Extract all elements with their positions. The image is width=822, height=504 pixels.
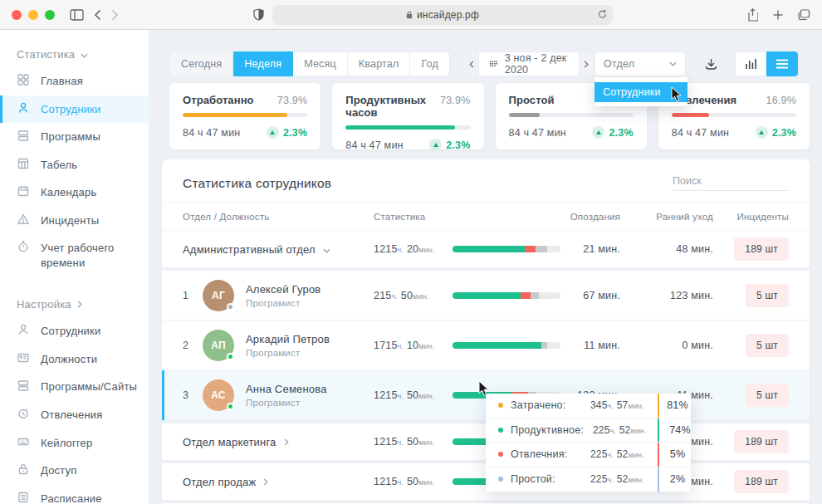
forward-icon[interactable]: [111, 9, 119, 21]
sidebar-item-employees-settings[interactable]: Сотрудники: [0, 317, 149, 345]
list-view-button[interactable]: [766, 51, 798, 76]
chevron-right-icon[interactable]: [263, 476, 268, 488]
sidebar-toggle-icon[interactable]: [70, 9, 84, 21]
progress-track: [509, 113, 634, 117]
sidebar-item-programs[interactable]: Программы: [0, 123, 149, 151]
delta-badge: 2.3%: [756, 126, 796, 139]
column-late[interactable]: Опоздания: [560, 212, 620, 222]
sidebar-item-calendar[interactable]: Календарь: [0, 179, 149, 207]
stat-bar[interactable]: [453, 342, 560, 349]
sidebar-item-distractions[interactable]: Отвлечения: [0, 401, 149, 429]
date-range-display[interactable]: 3 ноя - 2 дек 2020: [479, 51, 578, 76]
sidebar-item-employees[interactable]: Сотрудники: [0, 95, 149, 124]
sidebar-item-label: Сотрудники: [41, 102, 100, 117]
card-percent: 73.9%: [440, 95, 470, 106]
sidebar-item-incidents[interactable]: Инциденты: [0, 207, 149, 235]
stat-bar[interactable]: [453, 246, 560, 252]
stat-tooltip: Затрачено: 345ч. 57мин. 81% Продуктивное…: [486, 394, 691, 492]
card-percent: 16.9%: [766, 95, 796, 106]
sidebar-item-keylogger[interactable]: Кейлоггер: [0, 429, 149, 458]
tab-today[interactable]: Сегодня: [169, 51, 233, 76]
late-value: 21 мин.: [560, 243, 620, 255]
share-icon[interactable]: [747, 8, 758, 22]
chevron-right-icon[interactable]: [284, 436, 289, 448]
chevron-right-icon: [77, 298, 82, 311]
sidebar-section-statistics[interactable]: Статистика: [0, 48, 149, 61]
hamburger-icon: [776, 59, 789, 69]
employee-name[interactable]: Алексей Гуров: [246, 283, 374, 296]
calendar-icon: [17, 184, 30, 198]
sidebar-section-settings[interactable]: Настройка: [0, 298, 149, 311]
progress-track: [345, 125, 470, 130]
minimize-window-button[interactable]: [28, 10, 38, 20]
chart-view-button[interactable]: [735, 51, 766, 76]
avatar: АС: [203, 379, 234, 411]
stat-card-worked: Отработанно73.9% 84 ч 47 мин 2.3%: [169, 83, 320, 149]
new-tab-icon[interactable]: [773, 10, 783, 20]
table-header-row: Отдел / Должность Статистика Опоздания Р…: [162, 202, 810, 231]
stat-bar[interactable]: [453, 292, 560, 299]
table-row-department[interactable]: Административный отдел 1215ч. 20мин. 21 …: [162, 231, 810, 267]
tab-year[interactable]: Год: [410, 51, 450, 76]
tooltip-row-spent: Затрачено: 345ч. 57мин. 81%: [486, 394, 691, 418]
download-button[interactable]: [704, 57, 718, 71]
column-stat[interactable]: Статистика: [374, 212, 560, 222]
incidents-badge[interactable]: 189 шт: [734, 470, 789, 493]
chevron-down-icon[interactable]: [323, 243, 330, 256]
sidebar-item-label: Программы: [41, 130, 100, 144]
incidents-badge[interactable]: 189 шт: [734, 237, 789, 261]
sidebar-item-programs-sites[interactable]: Программы/Сайты: [0, 373, 149, 401]
column-incidents[interactable]: Инциденты: [713, 212, 789, 222]
search-input[interactable]: [673, 175, 806, 187]
column-dept[interactable]: Отдел / Должность: [183, 212, 374, 222]
time-stat: 215ч. 50мин.: [374, 290, 453, 301]
incidents-badge[interactable]: 5 шт: [746, 334, 789, 357]
column-early[interactable]: Ранний уход: [620, 212, 713, 222]
prev-period-button[interactable]: [463, 51, 479, 76]
filter-select[interactable]: Отдел: [594, 51, 686, 76]
back-icon[interactable]: [94, 9, 101, 21]
reload-icon[interactable]: [598, 9, 607, 22]
sidebar-item-positions[interactable]: Должности: [0, 345, 149, 374]
chevron-down-icon: [81, 48, 88, 61]
search-box: [673, 175, 789, 191]
delta-value: 2.3%: [772, 127, 796, 139]
employee-name[interactable]: Анна Семенова: [246, 383, 374, 395]
divider: [658, 418, 659, 443]
employee-name[interactable]: Аркадий Петров: [246, 333, 374, 345]
incidents-badge[interactable]: 189 шт: [734, 430, 789, 453]
progress-fill: [672, 113, 709, 117]
table-row-employee[interactable]: 2 АП Аркадий ПетровПрограмист 1715ч. 10м…: [162, 321, 810, 370]
zoom-window-button[interactable]: [45, 10, 55, 20]
table-row-employee[interactable]: 1 АГ Алексей ГуровПрограмист 215ч. 50мин…: [162, 271, 810, 321]
chrome-actions: [747, 8, 810, 22]
sidebar-item-label: Главная: [41, 74, 83, 89]
tab-overview-icon[interactable]: [798, 9, 810, 21]
sidebar-item-label: Отвлечения: [41, 408, 103, 423]
sidebar-item-schedule[interactable]: Расписание: [0, 485, 149, 504]
dot-icon: [498, 428, 503, 433]
early-value: 0 мин.: [620, 340, 713, 351]
sidebar-item-timesheet[interactable]: Табель: [0, 151, 149, 179]
keyboard-icon: [17, 435, 30, 448]
sidebar-item-label: Доступ: [41, 463, 77, 478]
privacy-shield-icon[interactable]: [253, 8, 264, 21]
close-window-button[interactable]: [12, 10, 22, 20]
sidebar-item-home[interactable]: Главная: [0, 67, 149, 95]
tab-week[interactable]: Неделя: [233, 51, 293, 76]
incidents-badge[interactable]: 5 шт: [746, 384, 789, 407]
tab-quarter[interactable]: Квартал: [348, 51, 411, 76]
incidents-badge[interactable]: 5 шт: [746, 284, 789, 307]
next-period-button[interactable]: [579, 51, 594, 76]
warning-triangle-icon: [17, 213, 30, 226]
up-arrow-icon: [592, 126, 604, 139]
date-range-text: 3 ноя - 2 дек 2020: [505, 52, 568, 76]
lock-icon: [406, 11, 413, 19]
sidebar-item-worktime[interactable]: Учет рабочего времени: [0, 234, 133, 276]
up-arrow-icon: [267, 126, 279, 139]
sidebar-item-label: Календарь: [41, 185, 96, 200]
address-bar[interactable]: инсайдер.рф: [272, 5, 613, 25]
tab-month[interactable]: Месяц: [293, 51, 348, 76]
sidebar-item-access[interactable]: Доступ: [0, 457, 149, 485]
dot-icon: [498, 477, 503, 482]
